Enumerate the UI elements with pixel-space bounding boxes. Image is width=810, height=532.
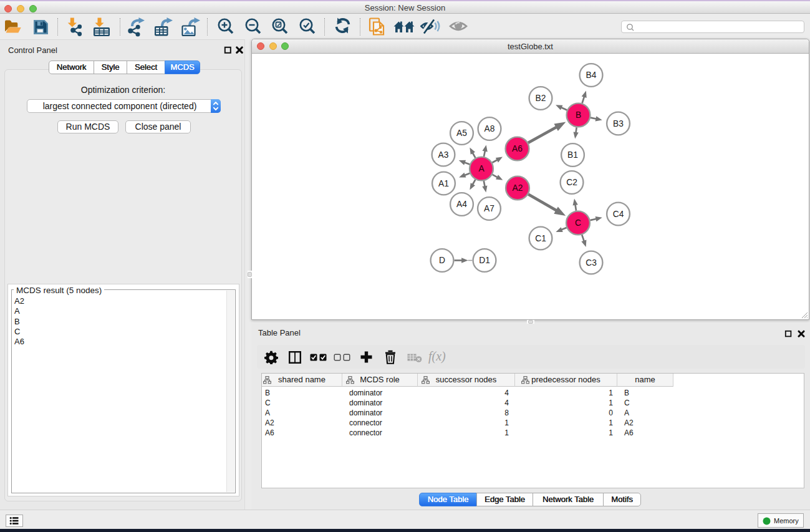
svg-text:B3: B3 [613, 119, 624, 128]
svg-text:B2: B2 [536, 94, 546, 103]
svg-text:A4: A4 [456, 200, 467, 209]
svg-text:A5: A5 [456, 128, 467, 138]
svg-text:B1: B1 [567, 150, 578, 160]
svg-text:A2: A2 [513, 183, 523, 193]
svg-text:C1: C1 [535, 234, 546, 243]
svg-text:C4: C4 [613, 210, 624, 219]
svg-text:C2: C2 [566, 178, 577, 187]
svg-text:C3: C3 [586, 258, 597, 268]
svg-text:C: C [575, 218, 581, 228]
svg-text:D: D [439, 256, 445, 265]
svg-text:B: B [576, 110, 581, 120]
svg-text:A: A [478, 164, 485, 173]
svg-text:B4: B4 [586, 70, 597, 80]
svg-text:A7: A7 [484, 204, 494, 213]
svg-text:A8: A8 [485, 124, 495, 133]
svg-text:A1: A1 [438, 179, 449, 188]
svg-text:A6: A6 [512, 144, 523, 153]
svg-text:D1: D1 [479, 256, 490, 265]
svg-text:A3: A3 [438, 150, 449, 160]
